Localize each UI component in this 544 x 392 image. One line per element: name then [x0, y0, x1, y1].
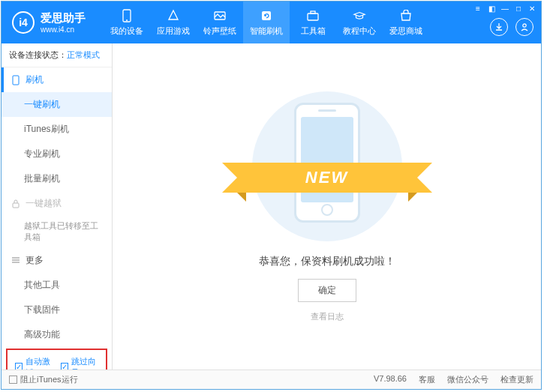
maximize-icon[interactable]: □ — [512, 3, 524, 13]
cb-label: 阻止iTunes运行 — [20, 374, 78, 385]
nav-label: 工具箱 — [301, 25, 326, 37]
toolbox-icon — [306, 9, 320, 22]
nav-label: 智能刷机 — [250, 25, 283, 37]
phone-icon — [120, 9, 134, 22]
nav-label: 爱思商城 — [389, 25, 422, 37]
success-message: 恭喜您，保资料刷机成功啦！ — [259, 255, 395, 268]
sidebar-item-advanced[interactable]: 高级功能 — [2, 322, 112, 347]
logo-area: i4 爱思助手 www.i4.cn — [2, 11, 96, 34]
nav-toolbox[interactable]: 工具箱 — [290, 1, 336, 43]
group-label: 一键越狱 — [26, 197, 62, 210]
more-icon — [11, 255, 21, 265]
refresh-icon — [260, 9, 273, 22]
main-area: NEW 恭喜您，保资料刷机成功啦！ 确定 查看日志 — [113, 43, 541, 370]
sidebar-item-itunes[interactable]: iTunes刷机 — [2, 117, 112, 142]
user-icon[interactable] — [515, 18, 533, 36]
nav-apps[interactable]: 应用游戏 — [150, 1, 197, 43]
sidebar-group-flash[interactable]: 刷机 — [2, 67, 112, 92]
nav-flash[interactable]: 智能刷机 — [243, 1, 290, 43]
sidebar-group-jailbreak[interactable]: 一键越狱 — [2, 191, 112, 216]
view-log-link[interactable]: 查看日志 — [311, 311, 344, 322]
wallpaper-icon — [213, 9, 227, 22]
lock-icon — [11, 199, 21, 209]
svg-rect-7 — [13, 76, 19, 85]
nav-store[interactable]: 爱思商城 — [383, 1, 429, 43]
nav-label: 应用游戏 — [157, 25, 190, 37]
minimize-icon[interactable]: — — [499, 3, 511, 13]
window-controls: ≡ ◧ — □ ✕ — [472, 3, 538, 13]
sidebar-item-batch[interactable]: 批量刷机 — [2, 166, 112, 191]
confirm-button[interactable]: 确定 — [298, 279, 356, 302]
svg-point-6 — [523, 24, 526, 27]
svg-rect-5 — [311, 11, 315, 13]
app-url: www.i4.cn — [41, 25, 86, 34]
tutorial-icon — [353, 9, 366, 22]
close-icon[interactable]: ✕ — [526, 3, 538, 13]
footer: 阻止iTunes运行 V7.98.66 客服 微信公众号 检查更新 — [2, 370, 541, 389]
group-label: 更多 — [26, 254, 44, 267]
nav-label: 铃声壁纸 — [203, 25, 236, 37]
nav-label: 我的设备 — [110, 25, 143, 37]
sidebar-item-other[interactable]: 其他工具 — [2, 273, 112, 298]
svg-rect-8 — [13, 203, 19, 208]
sidebar: 设备连接状态：正常模式 刷机 一键刷机 iTunes刷机 专业刷机 批量刷机 一… — [2, 43, 113, 370]
nav-tutorial[interactable]: 教程中心 — [336, 1, 383, 43]
app-name: 爱思助手 — [41, 11, 86, 25]
sidebar-item-pro[interactable]: 专业刷机 — [2, 142, 112, 166]
new-ribbon: NEW — [237, 163, 417, 193]
skin-icon[interactable]: ◧ — [485, 3, 497, 13]
checkbox-block-itunes[interactable]: 阻止iTunes运行 — [9, 374, 78, 385]
menu-icon[interactable]: ≡ — [472, 3, 484, 13]
nav-wallpaper[interactable]: 铃声壁纸 — [197, 1, 243, 43]
nav-my-device[interactable]: 我的设备 — [104, 1, 150, 43]
header: i4 爱思助手 www.i4.cn 我的设备 应用游戏 铃声壁纸 智能刷机 — [2, 1, 541, 43]
conn-mode: 正常模式 — [67, 50, 100, 59]
store-icon — [399, 9, 413, 22]
svg-rect-4 — [308, 13, 318, 20]
footer-version: V7.98.66 — [374, 374, 407, 385]
footer-update[interactable]: 检查更新 — [500, 374, 533, 385]
sidebar-item-download[interactable]: 下载固件 — [2, 298, 112, 322]
phone-small-icon — [11, 75, 21, 85]
svg-point-1 — [126, 19, 128, 21]
app-logo-icon: i4 — [12, 11, 35, 34]
connection-status: 设备连接状态：正常模式 — [2, 43, 112, 67]
group-label: 刷机 — [26, 73, 44, 86]
success-illustration: NEW — [252, 91, 402, 241]
conn-label: 设备连接状态： — [9, 50, 67, 59]
footer-wechat[interactable]: 微信公众号 — [447, 374, 488, 385]
nav-label: 教程中心 — [343, 25, 376, 37]
footer-support[interactable]: 客服 — [419, 374, 435, 385]
sidebar-group-more[interactable]: 更多 — [2, 248, 112, 273]
apps-icon — [167, 9, 180, 22]
jailbreak-note: 越狱工具已转移至工具箱 — [2, 216, 112, 248]
download-icon[interactable] — [490, 18, 508, 36]
sidebar-item-oneclick[interactable]: 一键刷机 — [2, 92, 112, 117]
